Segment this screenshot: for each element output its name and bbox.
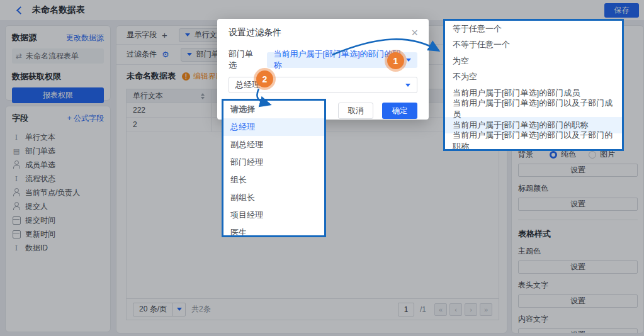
role-option[interactable]: 副组长 — [223, 189, 324, 206]
close-icon[interactable]: × — [411, 28, 418, 37]
cancel-button[interactable]: 取消 — [338, 103, 373, 119]
role-option[interactable]: 医生 — [223, 224, 324, 237]
role-dropdown: 请选择 总经理 副总经理 部门经理 组长 副组长 项目经理 医生 — [222, 99, 326, 237]
chevron-down-icon — [406, 59, 411, 62]
condition-value: 当前用户属于[部门单选]的部门的职称 — [273, 48, 402, 71]
step-2-badge: 2 — [256, 70, 273, 87]
condition-option[interactable]: 不等于任意一个 — [445, 37, 622, 53]
condition-option[interactable]: 当前用户属于[部门单选]的部门以及子部门成员 — [445, 101, 622, 118]
role-option-placeholder[interactable]: 请选择 — [223, 101, 324, 118]
role-option-selected[interactable]: 总经理 — [223, 118, 324, 136]
role-option[interactable]: 项目经理 — [223, 206, 324, 224]
chevron-down-icon — [405, 84, 410, 87]
condition-option[interactable]: 当前用户属于[部门单选]的部门以及子部门的职称 — [445, 133, 622, 150]
condition-option[interactable]: 等于任意一个 — [445, 21, 622, 37]
step-1-badge: 1 — [387, 52, 404, 69]
confirm-button[interactable]: 确定 — [382, 103, 417, 119]
page: 未命名数据表 保存 数据源 更改数据源 ⇄ 未命名流程表单 数据获取权限 报表权… — [0, 0, 644, 336]
role-option[interactable]: 副总经理 — [223, 136, 324, 154]
condition-dropdown: 等于任意一个 不等于任意一个 为空 不为空 当前用户属于[部门单选]的部门成员 … — [443, 19, 624, 151]
condition-option[interactable]: 为空 — [445, 53, 622, 69]
modal-field-label: 部门单选 — [229, 48, 259, 71]
modal-title: 设置过滤条件 — [229, 27, 281, 38]
role-option[interactable]: 部门经理 — [223, 154, 324, 171]
condition-option[interactable]: 不为空 — [445, 69, 622, 86]
role-option[interactable]: 组长 — [223, 171, 324, 189]
